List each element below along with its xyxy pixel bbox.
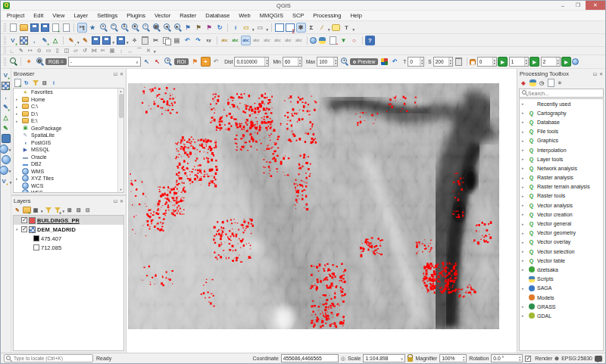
filter-by-expression[interactable]: ε▾ bbox=[53, 206, 61, 214]
scp-band3-spin[interactable]: 2▴▾ bbox=[541, 57, 561, 67]
statistics-panel[interactable]: Σ bbox=[307, 23, 317, 33]
current-edits[interactable]: ✎.▾ bbox=[67, 36, 77, 45]
add-group[interactable]: + bbox=[23, 206, 31, 214]
restore-button[interactable]: ❐ bbox=[570, 1, 586, 10]
rollback-edits[interactable]: ▾ bbox=[116, 36, 126, 45]
copy-features[interactable] bbox=[161, 36, 171, 45]
zoom-out[interactable]: − bbox=[109, 23, 119, 33]
processing-group-raster-tools[interactable]: ▸QRaster tools bbox=[520, 191, 603, 201]
digitize-tool-13[interactable]: ↔ bbox=[127, 47, 135, 54]
browser-item-geopackage[interactable]: ▣GeoPackage bbox=[14, 125, 123, 132]
add-vector-layer[interactable]: V+ bbox=[8, 36, 18, 45]
undo[interactable]: ↶ bbox=[183, 36, 192, 45]
menu-raster[interactable]: Raster bbox=[175, 11, 201, 20]
processing-search-input[interactable] bbox=[528, 91, 601, 96]
processing-group-vector-creation[interactable]: ▸QVector creation bbox=[520, 210, 603, 219]
mmqgis-web[interactable] bbox=[310, 37, 317, 44]
processing-search[interactable] bbox=[519, 89, 604, 98]
change-label-properties[interactable]: abc bbox=[294, 36, 304, 45]
python-console[interactable] bbox=[317, 36, 327, 45]
layers-close-icon[interactable]: ✕ bbox=[120, 198, 123, 204]
processing-group-gdal[interactable]: ▸GDAL bbox=[520, 311, 603, 320]
scp-run-1[interactable]: ▶ bbox=[498, 57, 508, 67]
scale-combo[interactable]: 1:104.898∨ bbox=[363, 354, 405, 362]
data-source-add-wfs[interactable]: ▾ bbox=[0, 166, 8, 175]
rotation-spin[interactable]: 0.0 °▴▾ bbox=[491, 354, 523, 362]
zoom-native[interactable]: 1 bbox=[120, 23, 130, 33]
scp-roi-zoom[interactable]: + bbox=[163, 57, 173, 67]
processing-close-icon[interactable]: ✕ bbox=[599, 71, 603, 76]
browser-item-mssql[interactable]: ▶MSSQL bbox=[14, 146, 123, 154]
digitize-tool-9[interactable]: ⋈ bbox=[90, 47, 98, 54]
layer-styling[interactable]: ✎ bbox=[14, 206, 22, 214]
digitize-tool-6[interactable]: ◫ bbox=[63, 47, 71, 54]
menu-vector[interactable]: Vector bbox=[150, 11, 175, 20]
redo[interactable]: ↷ bbox=[193, 36, 203, 45]
menu-mmqgis[interactable]: MMQGIS bbox=[255, 11, 288, 20]
processing-group-saga[interactable]: ▸SAGA bbox=[520, 284, 603, 293]
map-tips[interactable] bbox=[331, 23, 341, 33]
scp-band-set[interactable]: ▦ bbox=[470, 59, 476, 65]
paste-features[interactable]: ▤ bbox=[172, 36, 182, 45]
scp-spectral-signature[interactable]: ▼ bbox=[339, 36, 348, 45]
locator-box[interactable] bbox=[4, 354, 93, 362]
text-annotation[interactable]: T▾ bbox=[342, 23, 351, 33]
digitize-tool-2[interactable]: ↦ bbox=[27, 47, 35, 54]
scp-zoom-tool[interactable] bbox=[8, 57, 18, 67]
scp-run-2[interactable]: ▶ bbox=[529, 57, 539, 67]
data-source-add-spatialite[interactable]: ✎+ bbox=[2, 102, 11, 111]
scp-t-spin[interactable]: 0▴▾ bbox=[408, 57, 424, 67]
collapse-all[interactable]: ⊟ bbox=[75, 206, 83, 214]
move-label[interactable]: abc bbox=[273, 36, 283, 45]
layer-labeling[interactable]: abc bbox=[220, 36, 230, 45]
processing-group-recently-used[interactable]: ▸Recently used bbox=[520, 99, 603, 108]
scp-preview-zoom[interactable]: + bbox=[339, 57, 349, 67]
delete-selected[interactable] bbox=[140, 36, 150, 45]
processing-history[interactable]: ◷ bbox=[538, 79, 546, 87]
new-project[interactable] bbox=[8, 23, 18, 33]
crs-globe-icon[interactable]: ⊕ bbox=[554, 356, 559, 362]
browser-item-d-[interactable]: ▸D:\ bbox=[14, 110, 123, 118]
browser-item-xyz-tiles[interactable]: ▸XYZ Tiles bbox=[14, 175, 123, 182]
zoom-to-layer[interactable]: ▤ bbox=[152, 23, 161, 33]
processing-group-interpolation[interactable]: ▸QInterpolation bbox=[520, 145, 603, 154]
open-attribute-table[interactable] bbox=[275, 23, 285, 33]
browser-add-layers[interactable]: + bbox=[14, 79, 22, 87]
menu-database[interactable]: Database bbox=[201, 11, 234, 20]
browser-collapse-all[interactable]: ⊟ bbox=[41, 79, 49, 87]
data-source-add-wcs[interactable] bbox=[2, 155, 11, 164]
scp-cursor-blue[interactable]: ↖ bbox=[142, 57, 152, 67]
layer-item-buildings_pr[interactable]: BUILDINGS_PR bbox=[14, 216, 123, 225]
menu-scp[interactable]: SCP bbox=[288, 11, 308, 20]
processing-python[interactable] bbox=[529, 79, 537, 87]
scp-band-calc[interactable] bbox=[572, 58, 579, 65]
processing-float-icon[interactable]: ⊡ bbox=[593, 71, 597, 76]
scp-band1-spin[interactable]: 0▴▾ bbox=[477, 57, 497, 67]
rotate-label[interactable]: abc bbox=[283, 36, 293, 45]
digitize-tool-7[interactable]: ▱ bbox=[72, 47, 80, 54]
menu-project[interactable]: Project bbox=[2, 11, 29, 20]
data-source-add-vector[interactable]: V+ bbox=[2, 70, 11, 79]
processing-group-vector-analysis[interactable]: ▸QVector analysis bbox=[520, 201, 603, 210]
refresh-map[interactable]: ↻ bbox=[215, 23, 225, 33]
add-raster-layer[interactable]: + bbox=[19, 36, 29, 45]
scp-s-spin[interactable]: 200▴▾ bbox=[433, 57, 453, 67]
processing-group-cartography[interactable]: ▸QCartography bbox=[520, 108, 603, 117]
digitize-tool-12[interactable]: ↕ bbox=[117, 47, 126, 54]
minimize-button[interactable]: – bbox=[555, 1, 570, 10]
save-project-as[interactable] bbox=[40, 23, 50, 33]
cad-ruler[interactable]: ∟ bbox=[8, 47, 17, 54]
help-contents[interactable]: ? bbox=[365, 36, 375, 45]
zoom-to-bookmark[interactable]: ⚑ bbox=[205, 23, 214, 33]
browser-item-wfs[interactable]: WFS bbox=[14, 189, 123, 193]
add-mesh-layer[interactable]: △ bbox=[51, 36, 61, 45]
processing-models[interactable]: ◈ bbox=[520, 79, 528, 87]
processing-group-models[interactable]: Models bbox=[520, 293, 603, 302]
scp-roi-undo[interactable]: ↶ bbox=[211, 57, 221, 67]
close-button[interactable]: ✕ bbox=[586, 1, 605, 10]
browser-refresh[interactable]: ↻ bbox=[23, 79, 31, 87]
processing-group-scripts[interactable]: Scripts bbox=[520, 275, 603, 284]
data-source-add-virtual[interactable]: ✎ bbox=[2, 123, 11, 132]
browser-item-c-[interactable]: ▸C:\ bbox=[14, 103, 123, 110]
zoom-next[interactable]: ▸ bbox=[173, 23, 183, 33]
